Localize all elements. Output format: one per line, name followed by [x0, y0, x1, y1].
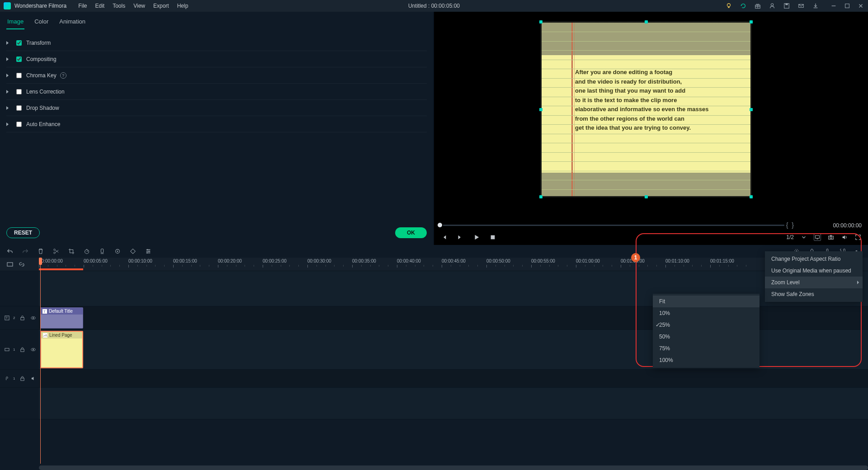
- lock-icon[interactable]: [19, 375, 26, 382]
- scrub-handle[interactable]: [438, 223, 442, 227]
- clip-image[interactable]: Lined Page: [40, 331, 83, 368]
- prop-drop-shadow[interactable]: Drop Shadow: [6, 100, 427, 116]
- compositing-checkbox[interactable]: [16, 56, 22, 62]
- lens-checkbox[interactable]: [16, 89, 22, 94]
- handle-bl[interactable]: [539, 195, 542, 198]
- handle-tc[interactable]: [645, 20, 648, 24]
- transform-checkbox[interactable]: [16, 40, 22, 46]
- save-icon[interactable]: [783, 2, 790, 9]
- ctx-safe-zones[interactable]: Show Safe Zones: [765, 288, 863, 300]
- handle-br[interactable]: [750, 195, 753, 198]
- prop-compositing[interactable]: Compositing: [6, 51, 427, 67]
- adjust-icon[interactable]: [145, 248, 152, 255]
- svg-text:T: T: [43, 310, 46, 314]
- zoom-75[interactable]: 75%: [653, 343, 760, 354]
- reset-button[interactable]: RESET: [6, 227, 40, 238]
- tab-image[interactable]: Image: [6, 16, 24, 29]
- minimize-icon[interactable]: [830, 2, 837, 9]
- zoom-100[interactable]: 100%: [653, 354, 760, 366]
- menu-edit[interactable]: Edit: [95, 3, 105, 9]
- stop-button[interactable]: [489, 234, 496, 241]
- next-frame-button[interactable]: [457, 234, 464, 241]
- refresh-icon[interactable]: [740, 2, 747, 9]
- expand-icon: [6, 90, 10, 94]
- selection-frame[interactable]: [541, 22, 751, 197]
- preview-scrubber[interactable]: {}: [438, 223, 796, 227]
- app-logo-icon: [4, 2, 11, 9]
- eye-icon[interactable]: [29, 346, 37, 353]
- green-screen-icon[interactable]: [114, 248, 121, 255]
- preview-canvas[interactable]: After you are done editing a footagand t…: [541, 22, 751, 197]
- ctx-aspect-ratio[interactable]: Change Project Aspect Ratio: [765, 253, 863, 265]
- zoom-fit[interactable]: Fit: [653, 296, 760, 307]
- delete-icon[interactable]: [37, 248, 44, 255]
- fullscreen-icon[interactable]: [854, 234, 862, 241]
- menu-tools[interactable]: Tools: [113, 3, 125, 9]
- mail-icon[interactable]: [797, 2, 805, 9]
- handle-mr[interactable]: [750, 108, 753, 111]
- preview-area: After you are done editing a footagand t…: [434, 12, 868, 245]
- chroma-checkbox[interactable]: [16, 73, 22, 78]
- chevron-down-icon[interactable]: [800, 234, 807, 241]
- undo-icon[interactable]: [6, 248, 14, 255]
- color-match-icon[interactable]: [99, 248, 106, 255]
- svg-point-13: [54, 252, 56, 254]
- close-icon[interactable]: [857, 2, 864, 9]
- handle-bc[interactable]: [645, 195, 648, 198]
- clip-title[interactable]: TDefault Title: [40, 307, 83, 329]
- zoom-25[interactable]: ✓25%: [653, 319, 760, 331]
- tab-animation[interactable]: Animation: [58, 16, 86, 29]
- redo-icon[interactable]: [22, 248, 29, 255]
- link-icon[interactable]: [18, 261, 25, 268]
- expand-icon: [6, 106, 10, 110]
- tab-color[interactable]: Color: [33, 16, 49, 29]
- speaker-icon[interactable]: [29, 375, 37, 382]
- menu-view[interactable]: View: [133, 3, 145, 9]
- menu-help[interactable]: Help: [177, 3, 189, 9]
- handle-ml[interactable]: [539, 108, 542, 111]
- menu-file[interactable]: File: [78, 3, 87, 9]
- handle-tr[interactable]: [750, 20, 753, 24]
- help-icon[interactable]: ?: [60, 72, 66, 79]
- prop-transform[interactable]: Transform: [6, 35, 427, 51]
- menu-export[interactable]: Export: [153, 3, 169, 9]
- lock-icon[interactable]: [19, 346, 26, 353]
- ctx-original-media[interactable]: Use Original Media when paused: [765, 265, 863, 277]
- prop-lens-correction[interactable]: Lens Correction: [6, 84, 427, 100]
- prev-frame-button[interactable]: [440, 234, 448, 241]
- lock-icon[interactable]: [19, 315, 26, 322]
- timeline-ruler[interactable]: 00:00:00:0000:00:05:0000:00:10:0000:00:1…: [0, 258, 868, 271]
- dropshadow-checkbox[interactable]: [16, 105, 22, 111]
- download-icon[interactable]: [812, 2, 819, 9]
- zoom-10[interactable]: 10%: [653, 307, 760, 319]
- prop-chroma-key[interactable]: Chroma Key ?: [6, 67, 427, 84]
- snapshot-icon[interactable]: [827, 234, 835, 241]
- preview-controls: 1/2: [434, 230, 868, 245]
- crop-icon[interactable]: [68, 248, 75, 255]
- panel-footer: RESET OK: [0, 221, 433, 245]
- play-button[interactable]: [473, 234, 480, 241]
- user-icon[interactable]: [769, 2, 776, 9]
- prop-label: Auto Enhance: [26, 121, 60, 127]
- keyframe-icon[interactable]: [129, 248, 137, 255]
- svg-rect-38: [21, 378, 24, 381]
- maximize-icon[interactable]: [844, 2, 851, 9]
- zoom-50[interactable]: 50%: [653, 331, 760, 343]
- eye-icon[interactable]: [29, 315, 37, 322]
- svg-rect-7: [845, 4, 849, 8]
- lightbulb-icon[interactable]: [725, 2, 732, 9]
- prop-auto-enhance[interactable]: Auto Enhance: [6, 116, 427, 132]
- fit-timeline-icon[interactable]: [6, 261, 14, 268]
- track-head: 1: [0, 370, 39, 387]
- display-settings-icon[interactable]: [814, 234, 821, 241]
- speed-icon[interactable]: [83, 248, 90, 255]
- autoenhance-checkbox[interactable]: [16, 122, 22, 127]
- timeline-scrollbar[interactable]: [39, 465, 868, 470]
- handle-tl[interactable]: [539, 20, 542, 24]
- playhead[interactable]: [40, 258, 41, 464]
- ctx-zoom-level[interactable]: Zoom Level: [765, 277, 863, 288]
- ok-button[interactable]: OK: [395, 227, 427, 238]
- gift-icon[interactable]: [754, 2, 761, 9]
- split-icon[interactable]: [52, 248, 60, 255]
- volume-icon[interactable]: [841, 234, 848, 241]
